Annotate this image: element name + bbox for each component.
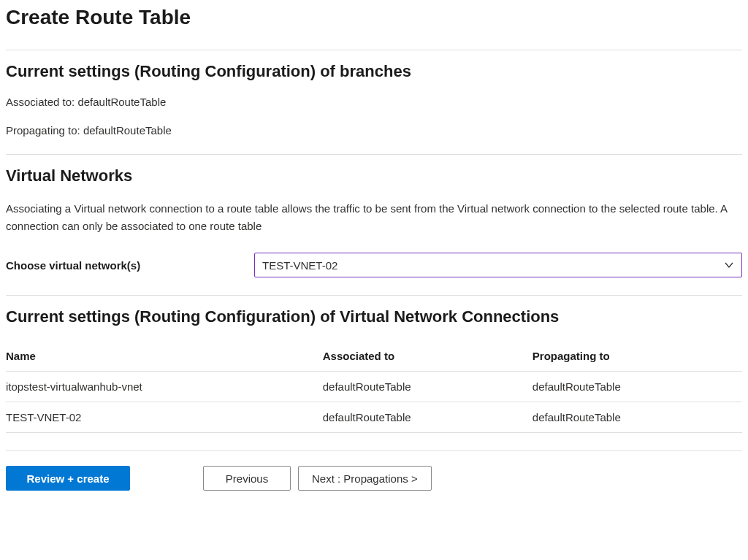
- connections-title: Current settings (Routing Configuration)…: [6, 307, 742, 326]
- chevron-down-icon: [724, 260, 734, 270]
- wizard-footer: Review + create Previous Next : Propagat…: [6, 450, 742, 491]
- cell-name: TEST-VNET-02: [6, 402, 323, 433]
- propagating-to-value: Propagating to: defaultRouteTable: [6, 124, 742, 137]
- cell-associated: defaultRouteTable: [323, 402, 533, 433]
- col-propagating: Propagating to: [533, 341, 742, 372]
- col-associated: Associated to: [323, 341, 533, 372]
- branches-section-title: Current settings (Routing Configuration)…: [6, 62, 742, 81]
- choose-vnet-dropdown[interactable]: TEST-VNET-02: [254, 253, 742, 277]
- choose-vnet-row: Choose virtual network(s) TEST-VNET-02: [6, 253, 742, 277]
- page-title: Create Route Table: [6, 6, 742, 29]
- choose-vnet-label: Choose virtual network(s): [6, 259, 254, 272]
- virtual-networks-description: Associating a Virtual network connection…: [6, 200, 742, 235]
- choose-vnet-selected: TEST-VNET-02: [262, 259, 337, 272]
- branches-section: Current settings (Routing Configuration)…: [6, 50, 742, 137]
- footer-spacer: [137, 466, 196, 491]
- cell-name: itopstest-virtualwanhub-vnet: [6, 372, 323, 402]
- connections-section: Current settings (Routing Configuration)…: [6, 295, 742, 433]
- virtual-networks-section: Virtual Networks Associating a Virtual n…: [6, 154, 742, 277]
- previous-button[interactable]: Previous: [203, 466, 291, 491]
- associated-to-value: Associated to: defaultRouteTable: [6, 96, 742, 108]
- virtual-networks-title: Virtual Networks: [6, 166, 742, 185]
- cell-propagating: defaultRouteTable: [533, 402, 742, 433]
- col-name: Name: [6, 341, 323, 372]
- connections-table: Name Associated to Propagating to itopst…: [6, 341, 742, 433]
- table-row: TEST-VNET-02 defaultRouteTable defaultRo…: [6, 402, 742, 433]
- next-button[interactable]: Next : Propagations >: [298, 466, 432, 491]
- cell-propagating: defaultRouteTable: [533, 372, 742, 402]
- cell-associated: defaultRouteTable: [323, 372, 533, 402]
- review-create-button[interactable]: Review + create: [6, 466, 130, 491]
- table-row: itopstest-virtualwanhub-vnet defaultRout…: [6, 372, 742, 402]
